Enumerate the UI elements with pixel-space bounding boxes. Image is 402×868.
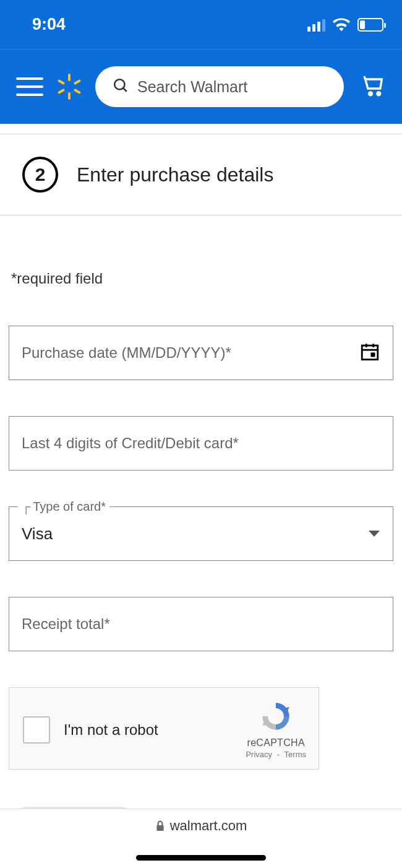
search-bar[interactable] (95, 66, 344, 107)
receipt-total-input[interactable] (22, 615, 380, 633)
recaptcha-widget: I'm not a robot reCAPTCHA Privacy - Term… (9, 687, 319, 770)
card-type-value: Visa (22, 524, 53, 544)
svg-rect-0 (68, 74, 71, 81)
home-indicator[interactable] (136, 855, 266, 861)
svg-rect-15 (156, 825, 163, 830)
recaptcha-name: reCAPTCHA (244, 737, 307, 749)
search-input[interactable] (137, 78, 327, 96)
chevron-down-icon (368, 529, 380, 538)
status-icons (307, 18, 383, 32)
svg-point-8 (369, 92, 372, 95)
step-number-badge: 2 (22, 157, 58, 193)
search-icon (113, 77, 129, 96)
battery-icon (357, 18, 383, 32)
card-type-label: ┌Type of card* (18, 500, 109, 514)
recaptcha-label: I'm not a robot (64, 721, 158, 739)
browser-domain: walmart.com (170, 818, 247, 834)
status-time: 9:04 (32, 15, 66, 34)
svg-rect-3 (58, 89, 65, 94)
purchase-date-input[interactable] (22, 344, 353, 362)
browser-address-bar[interactable]: walmart.com (0, 809, 402, 842)
svg-rect-2 (74, 79, 81, 85)
signal-icon (307, 18, 325, 32)
app-header (0, 50, 402, 124)
card-type-field[interactable]: ┌Type of card* Visa (9, 506, 393, 561)
svg-rect-10 (362, 345, 378, 360)
svg-rect-5 (74, 89, 81, 94)
recaptcha-checkbox[interactable] (23, 716, 50, 744)
lock-icon (155, 820, 165, 831)
purchase-date-field[interactable] (9, 326, 393, 380)
recaptcha-branding: reCAPTCHA Privacy - Terms (244, 700, 307, 759)
svg-rect-14 (372, 354, 374, 356)
required-field-note: *required field (9, 270, 393, 287)
walmart-spark-logo[interactable] (56, 73, 83, 100)
svg-rect-4 (58, 79, 65, 85)
recaptcha-privacy-link[interactable]: Privacy (246, 750, 272, 759)
purchase-details-form: *required field ┌Type of card* Visa I'm … (0, 215, 402, 834)
cart-icon[interactable] (361, 73, 386, 100)
menu-icon[interactable] (16, 77, 43, 96)
card-last4-input[interactable] (22, 435, 380, 452)
receipt-total-field[interactable] (9, 597, 393, 651)
wifi-icon (333, 18, 350, 32)
step-header: 2 Enter purchase details (0, 134, 402, 215)
svg-point-6 (114, 79, 124, 89)
svg-rect-1 (68, 92, 71, 100)
recaptcha-logo-icon (244, 700, 307, 735)
calendar-icon[interactable] (359, 341, 380, 365)
step-title: Enter purchase details (77, 163, 273, 186)
svg-point-9 (377, 92, 380, 95)
card-last4-field[interactable] (9, 416, 393, 471)
status-bar: 9:04 (0, 0, 402, 50)
recaptcha-terms-link[interactable]: Terms (284, 750, 306, 759)
svg-line-7 (123, 88, 126, 91)
